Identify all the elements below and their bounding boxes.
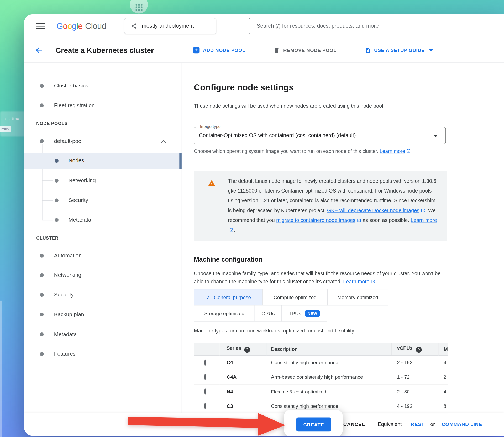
bullet-icon [40,84,44,88]
cancel-button[interactable]: CANCEL [343,413,365,436]
tab-gpus[interactable]: GPUs [255,305,282,321]
page-toolbar: Create a Kubernetes cluster + ADD NODE P… [24,38,504,63]
nav-section-cluster: CLUSTER [36,232,58,244]
migrate-containerd-link[interactable]: migrate to containerd node images [276,217,355,223]
image-type-select[interactable]: Image type Container-Optimized OS with c… [194,127,446,144]
background-grid-icon [130,0,148,13]
nav-item-metadata[interactable]: Metadata [24,326,182,342]
description-cell: Arm-based consistently high performance [266,370,392,384]
gke-deprecate-docker-link[interactable]: GKE will deprecate Docker node images [327,207,419,213]
equivalent-label: Equivalent [378,413,402,436]
series-cell: C3 [219,399,266,413]
help-icon[interactable]: ? [416,347,422,353]
nav-item-default-pool[interactable]: default-pool [24,133,182,149]
nav-item-label: Security [54,292,74,298]
warning-banner: The default Linux node image for newly c… [194,171,447,241]
series-radio[interactable] [204,373,206,380]
logo-cloud-text: Cloud [85,21,106,31]
nav-item-label: Security [69,197,88,204]
logo-letter: g [72,21,76,31]
menu-button[interactable] [36,23,45,29]
table-row-n4[interactable]: N4 Flexible & cost-optimized 2 - 80 4 [194,384,448,399]
sidebar-scrollbar-thumb[interactable] [179,153,182,169]
check-icon: ✓ [206,294,211,301]
cloud-console-window: Google Cloud mostly-ai-deployment [24,14,504,436]
command-line-link[interactable]: COMMAND LINE [442,413,482,436]
bullet-icon [40,273,44,277]
nav-item-pool-metadata[interactable]: Metadata [24,212,182,228]
external-link-icon[interactable] [406,149,411,153]
logo-letter: o [63,21,67,31]
series-radio[interactable] [204,402,206,409]
external-link-icon[interactable] [229,228,234,232]
screen: training time mins Google Cloud [0,0,504,437]
nav-item-label: Fleet registration [54,102,95,108]
helper-text: Choose which operating system image you … [194,148,380,154]
column-header-selector [194,343,219,356]
column-header-description: Description [266,343,392,356]
trash-icon [274,47,280,53]
create-button[interactable]: CREATE [296,417,331,431]
tab-memory-optimized[interactable]: Memory optimized [327,289,388,305]
column-header-label: M [444,346,448,352]
settings-panel: Configure node settings These node setti… [182,63,504,436]
nav-item-features[interactable]: Features [24,346,182,362]
tab-tpus[interactable]: TPUs NEW [281,305,327,321]
tab-label: Memory optimized [337,294,378,300]
background-remnant-text: training time [0,116,19,121]
column-header-series: Series? [219,343,266,356]
external-link-icon[interactable] [371,279,375,284]
logo-letter: e [78,21,82,31]
collapse-chevron-icon[interactable] [161,140,166,145]
search-input[interactable] [249,23,504,29]
series-cell: C4 [219,355,266,370]
learn-more-link[interactable]: Learn more [343,279,369,284]
learn-more-link[interactable]: Learn more [411,217,437,223]
tab-compute-optimized[interactable]: Compute optimized [262,289,327,305]
nav-item-networking[interactable]: Networking [24,267,182,283]
tab-general-purpose[interactable]: ✓ General purpose [194,289,263,305]
add-node-pool-label: ADD NODE POOL [203,48,245,53]
learn-more-link[interactable]: Learn more [380,148,405,154]
warning-text-part: . [234,227,235,233]
series-radio[interactable] [204,388,206,395]
table-row-c4[interactable]: C4 Consistently high performance 2 - 192… [194,355,448,370]
action-bar: CREATE CANCEL Equivalent REST or COMMAND… [24,413,504,436]
nav-item-nodes[interactable]: Nodes [24,153,182,169]
add-node-pool-button[interactable]: + ADD NODE POOL [193,47,245,53]
nav-item-label: Cluster basics [54,83,88,89]
column-header-label: Series [227,345,241,351]
new-badge: NEW [305,310,320,316]
remove-node-pool-label: REMOVE NODE POOL [283,48,337,53]
nav-item-automation[interactable]: Automation [24,248,182,264]
nav-item-cluster-basics[interactable]: Cluster basics [24,78,182,94]
nav-item-security[interactable]: Security [24,287,182,303]
series-radio[interactable] [204,359,206,366]
rest-link[interactable]: REST [411,413,424,436]
search-bar [249,18,504,34]
nav-item-pool-networking[interactable]: Networking [24,173,182,189]
project-selector[interactable]: mostly-ai-deployment [124,18,216,34]
external-link-icon[interactable] [421,208,425,213]
back-arrow-icon [34,46,43,55]
series-cell: C4A [219,370,266,384]
bullet-icon [40,103,44,107]
table-row-c4a[interactable]: C4A Arm-based consistently high performa… [194,370,448,384]
bullet-icon [40,254,44,258]
tab-label: GPUs [261,310,275,316]
nav-item-pool-security[interactable]: Security [24,192,182,208]
nav-section-node-pools: NODE POOLS [36,117,67,130]
column-header-memory: M [438,343,448,356]
tab-storage-optimized[interactable]: Storage optimized [194,305,255,321]
grid-glyph-icon [135,4,142,11]
bullet-icon [40,313,44,316]
nav-item-backup-plan[interactable]: Backup plan [24,306,182,322]
external-link-icon[interactable] [357,218,361,222]
help-icon[interactable]: ? [244,347,250,353]
setup-guide-button[interactable]: USE A SETUP GUIDE [365,47,433,53]
remove-node-pool-button[interactable]: REMOVE NODE POOL [274,47,337,53]
nav-item-fleet-registration[interactable]: Fleet registration [24,97,182,113]
machine-family-tabs: ✓ General purpose Compute optimized Memo… [194,289,388,322]
machine-description-text: Choose the machine family, type, and ser… [194,271,440,284]
back-button[interactable] [34,45,44,55]
